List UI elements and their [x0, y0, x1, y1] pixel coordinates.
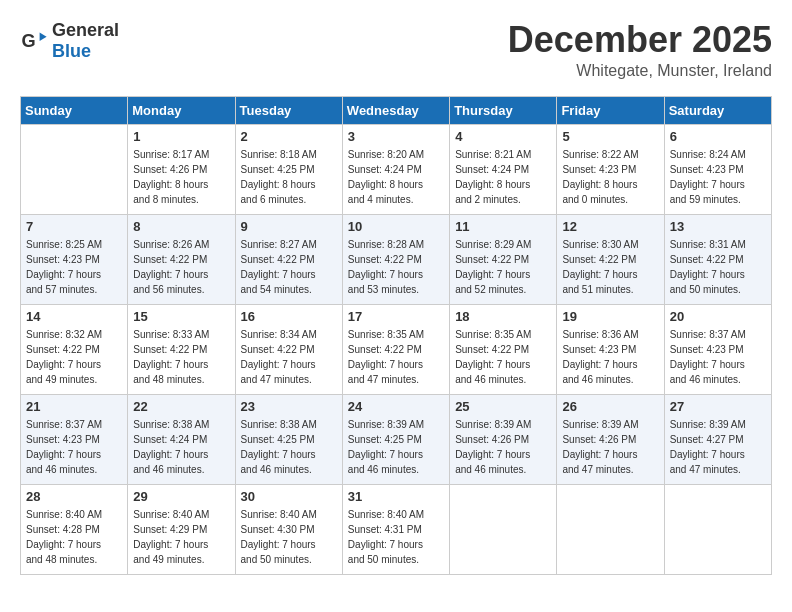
day-number: 30	[241, 489, 337, 504]
svg-text:G: G	[21, 31, 35, 51]
day-number: 28	[26, 489, 122, 504]
day-number: 20	[670, 309, 766, 324]
calendar-cell: 22Sunrise: 8:38 AMSunset: 4:24 PMDayligh…	[128, 394, 235, 484]
logo-general-text: General	[52, 20, 119, 40]
calendar-week-row: 7Sunrise: 8:25 AMSunset: 4:23 PMDaylight…	[21, 214, 772, 304]
day-info: Sunrise: 8:40 AMSunset: 4:30 PMDaylight:…	[241, 507, 337, 567]
calendar-cell: 4Sunrise: 8:21 AMSunset: 4:24 PMDaylight…	[450, 124, 557, 214]
logo-icon: G	[20, 27, 48, 55]
day-info: Sunrise: 8:38 AMSunset: 4:24 PMDaylight:…	[133, 417, 229, 477]
day-info: Sunrise: 8:26 AMSunset: 4:22 PMDaylight:…	[133, 237, 229, 297]
day-number: 22	[133, 399, 229, 414]
day-info: Sunrise: 8:18 AMSunset: 4:25 PMDaylight:…	[241, 147, 337, 207]
calendar-cell: 7Sunrise: 8:25 AMSunset: 4:23 PMDaylight…	[21, 214, 128, 304]
day-number: 5	[562, 129, 658, 144]
day-info: Sunrise: 8:35 AMSunset: 4:22 PMDaylight:…	[348, 327, 444, 387]
day-number: 14	[26, 309, 122, 324]
day-number: 10	[348, 219, 444, 234]
calendar-day-header: Saturday	[664, 96, 771, 124]
calendar-day-header: Monday	[128, 96, 235, 124]
calendar-cell: 6Sunrise: 8:24 AMSunset: 4:23 PMDaylight…	[664, 124, 771, 214]
calendar-cell: 9Sunrise: 8:27 AMSunset: 4:22 PMDaylight…	[235, 214, 342, 304]
day-info: Sunrise: 8:27 AMSunset: 4:22 PMDaylight:…	[241, 237, 337, 297]
day-info: Sunrise: 8:28 AMSunset: 4:22 PMDaylight:…	[348, 237, 444, 297]
day-info: Sunrise: 8:25 AMSunset: 4:23 PMDaylight:…	[26, 237, 122, 297]
calendar-cell: 1Sunrise: 8:17 AMSunset: 4:26 PMDaylight…	[128, 124, 235, 214]
day-number: 3	[348, 129, 444, 144]
calendar-cell: 12Sunrise: 8:30 AMSunset: 4:22 PMDayligh…	[557, 214, 664, 304]
day-info: Sunrise: 8:21 AMSunset: 4:24 PMDaylight:…	[455, 147, 551, 207]
day-number: 19	[562, 309, 658, 324]
day-info: Sunrise: 8:33 AMSunset: 4:22 PMDaylight:…	[133, 327, 229, 387]
logo: G General Blue	[20, 20, 119, 62]
day-info: Sunrise: 8:35 AMSunset: 4:22 PMDaylight:…	[455, 327, 551, 387]
day-info: Sunrise: 8:39 AMSunset: 4:26 PMDaylight:…	[562, 417, 658, 477]
day-info: Sunrise: 8:39 AMSunset: 4:25 PMDaylight:…	[348, 417, 444, 477]
day-info: Sunrise: 8:37 AMSunset: 4:23 PMDaylight:…	[26, 417, 122, 477]
day-number: 11	[455, 219, 551, 234]
day-number: 9	[241, 219, 337, 234]
calendar-cell: 29Sunrise: 8:40 AMSunset: 4:29 PMDayligh…	[128, 484, 235, 574]
calendar-cell: 30Sunrise: 8:40 AMSunset: 4:30 PMDayligh…	[235, 484, 342, 574]
day-number: 8	[133, 219, 229, 234]
calendar-day-header: Wednesday	[342, 96, 449, 124]
calendar-week-row: 1Sunrise: 8:17 AMSunset: 4:26 PMDaylight…	[21, 124, 772, 214]
day-number: 18	[455, 309, 551, 324]
day-number: 4	[455, 129, 551, 144]
day-info: Sunrise: 8:22 AMSunset: 4:23 PMDaylight:…	[562, 147, 658, 207]
day-number: 13	[670, 219, 766, 234]
day-number: 1	[133, 129, 229, 144]
day-number: 7	[26, 219, 122, 234]
calendar-cell: 8Sunrise: 8:26 AMSunset: 4:22 PMDaylight…	[128, 214, 235, 304]
day-info: Sunrise: 8:24 AMSunset: 4:23 PMDaylight:…	[670, 147, 766, 207]
calendar-cell: 31Sunrise: 8:40 AMSunset: 4:31 PMDayligh…	[342, 484, 449, 574]
day-number: 2	[241, 129, 337, 144]
calendar-cell: 15Sunrise: 8:33 AMSunset: 4:22 PMDayligh…	[128, 304, 235, 394]
calendar-header-row: SundayMondayTuesdayWednesdayThursdayFrid…	[21, 96, 772, 124]
day-number: 27	[670, 399, 766, 414]
logo-blue-text: Blue	[52, 41, 91, 61]
day-info: Sunrise: 8:39 AMSunset: 4:26 PMDaylight:…	[455, 417, 551, 477]
day-info: Sunrise: 8:40 AMSunset: 4:29 PMDaylight:…	[133, 507, 229, 567]
calendar-cell: 2Sunrise: 8:18 AMSunset: 4:25 PMDaylight…	[235, 124, 342, 214]
calendar-week-row: 21Sunrise: 8:37 AMSunset: 4:23 PMDayligh…	[21, 394, 772, 484]
day-info: Sunrise: 8:30 AMSunset: 4:22 PMDaylight:…	[562, 237, 658, 297]
day-info: Sunrise: 8:31 AMSunset: 4:22 PMDaylight:…	[670, 237, 766, 297]
calendar-week-row: 14Sunrise: 8:32 AMSunset: 4:22 PMDayligh…	[21, 304, 772, 394]
calendar-cell: 27Sunrise: 8:39 AMSunset: 4:27 PMDayligh…	[664, 394, 771, 484]
calendar-day-header: Thursday	[450, 96, 557, 124]
day-number: 29	[133, 489, 229, 504]
calendar-cell: 20Sunrise: 8:37 AMSunset: 4:23 PMDayligh…	[664, 304, 771, 394]
calendar-day-header: Friday	[557, 96, 664, 124]
day-number: 15	[133, 309, 229, 324]
day-info: Sunrise: 8:39 AMSunset: 4:27 PMDaylight:…	[670, 417, 766, 477]
day-number: 12	[562, 219, 658, 234]
day-info: Sunrise: 8:29 AMSunset: 4:22 PMDaylight:…	[455, 237, 551, 297]
calendar-cell: 19Sunrise: 8:36 AMSunset: 4:23 PMDayligh…	[557, 304, 664, 394]
calendar-week-row: 28Sunrise: 8:40 AMSunset: 4:28 PMDayligh…	[21, 484, 772, 574]
calendar-day-header: Sunday	[21, 96, 128, 124]
day-info: Sunrise: 8:17 AMSunset: 4:26 PMDaylight:…	[133, 147, 229, 207]
day-number: 16	[241, 309, 337, 324]
day-info: Sunrise: 8:40 AMSunset: 4:31 PMDaylight:…	[348, 507, 444, 567]
calendar-cell	[21, 124, 128, 214]
calendar-cell: 21Sunrise: 8:37 AMSunset: 4:23 PMDayligh…	[21, 394, 128, 484]
day-number: 31	[348, 489, 444, 504]
day-number: 25	[455, 399, 551, 414]
day-number: 21	[26, 399, 122, 414]
calendar-cell: 16Sunrise: 8:34 AMSunset: 4:22 PMDayligh…	[235, 304, 342, 394]
svg-marker-1	[40, 33, 47, 41]
calendar-cell: 11Sunrise: 8:29 AMSunset: 4:22 PMDayligh…	[450, 214, 557, 304]
calendar-cell: 18Sunrise: 8:35 AMSunset: 4:22 PMDayligh…	[450, 304, 557, 394]
calendar-cell: 26Sunrise: 8:39 AMSunset: 4:26 PMDayligh…	[557, 394, 664, 484]
page-header: G General Blue December 2025 Whitegate, …	[20, 20, 772, 80]
day-number: 6	[670, 129, 766, 144]
calendar-cell: 13Sunrise: 8:31 AMSunset: 4:22 PMDayligh…	[664, 214, 771, 304]
day-info: Sunrise: 8:32 AMSunset: 4:22 PMDaylight:…	[26, 327, 122, 387]
calendar-cell	[664, 484, 771, 574]
day-info: Sunrise: 8:34 AMSunset: 4:22 PMDaylight:…	[241, 327, 337, 387]
calendar-day-header: Tuesday	[235, 96, 342, 124]
day-number: 24	[348, 399, 444, 414]
day-number: 26	[562, 399, 658, 414]
calendar-cell: 3Sunrise: 8:20 AMSunset: 4:24 PMDaylight…	[342, 124, 449, 214]
